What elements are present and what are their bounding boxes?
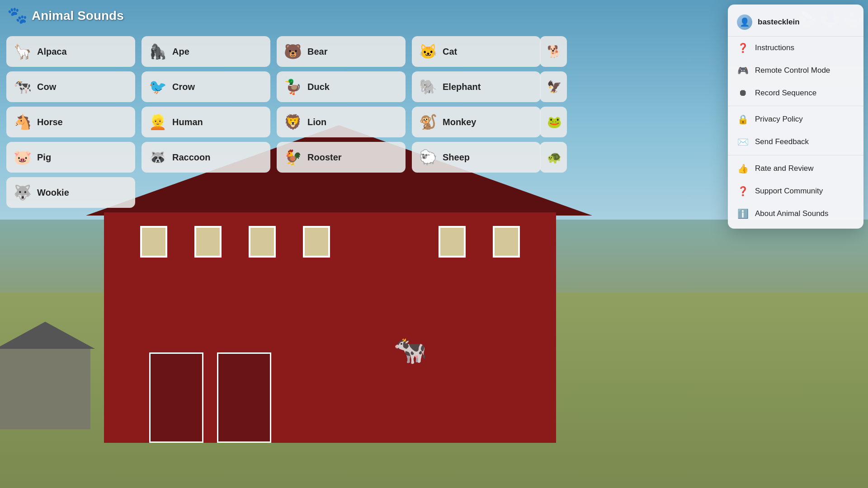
record-sequence-label: Record Sequence [755, 89, 816, 98]
instructions-label: Instructions [755, 43, 794, 52]
animal-card-horse[interactable]: 🐴 Horse [6, 107, 135, 137]
partial-card-2: 🦅 [540, 71, 567, 102]
menu-item-feedback[interactable]: ✉️ Send Feedback [728, 131, 863, 153]
cow-label: Cow [37, 82, 56, 92]
app-logo: 🐾 Animal Sounds [7, 6, 124, 26]
barn-window [194, 226, 222, 258]
rooster-label: Rooster [307, 152, 342, 163]
menu-divider-1 [728, 106, 863, 106]
cat-emoji: 🐱 [419, 43, 437, 60]
sheep-label: Sheep [443, 152, 470, 163]
animal-grid: 🦙 Alpaca 🦍 Ape 🐻 Bear 🐱 Cat 🐄 Cow 🐦 Crow… [6, 36, 541, 208]
animal-card-bear[interactable]: 🐻 Bear [277, 36, 406, 67]
duck-label: Duck [307, 82, 330, 92]
shed [0, 348, 90, 429]
barn-door-left [149, 352, 203, 443]
partial-column: 🐕 🦅 🐸 🐢 [540, 36, 567, 173]
alpaca-emoji: 🦙 [14, 43, 32, 60]
partial-card-1: 🐕 [540, 36, 567, 67]
pig-label: Pig [37, 152, 51, 163]
partial-card-3: 🐸 [540, 107, 567, 137]
cat-label: Cat [443, 47, 457, 57]
animal-card-rooster[interactable]: 🐓 Rooster [277, 142, 406, 173]
menu-divider-2 [728, 155, 863, 155]
monkey-label: Monkey [443, 117, 476, 127]
partial-card-4: 🐢 [540, 142, 567, 173]
animal-card-pig[interactable]: 🐷 Pig [6, 142, 135, 173]
privacy-icon: 🔒 [737, 114, 749, 125]
animal-card-alpaca[interactable]: 🦙 Alpaca [6, 36, 135, 67]
animal-card-elephant[interactable]: 🐘 Elephant [412, 71, 541, 102]
menu-item-remote-control[interactable]: 🎮 Remote Control Mode [728, 59, 863, 82]
instructions-icon: ❓ [737, 42, 749, 53]
human-emoji: 👱 [149, 113, 167, 131]
user-avatar: 👤 [737, 14, 752, 30]
barn-body [104, 212, 556, 443]
app-title: Animal Sounds [32, 9, 124, 23]
alpaca-label: Alpaca [37, 47, 67, 57]
dropdown-menu: 👤 bastecklein ❓ Instructions 🎮 Remote Co… [728, 5, 863, 229]
barn-window [140, 226, 167, 258]
animal-card-human[interactable]: 👱 Human [142, 107, 270, 137]
barn-door-right [217, 352, 271, 443]
human-label: Human [172, 117, 203, 127]
animal-card-crow[interactable]: 🐦 Crow [142, 71, 270, 102]
menu-item-rate[interactable]: 👍 Rate and Review [728, 157, 863, 180]
animal-card-duck[interactable]: 🦆 Duck [277, 71, 406, 102]
lion-label: Lion [307, 117, 326, 127]
horse-label: Horse [37, 117, 63, 127]
avatar-icon: 👤 [740, 17, 750, 27]
menu-item-support[interactable]: ❓ Support Community [728, 180, 863, 202]
barn-window [303, 226, 330, 258]
animal-card-cat[interactable]: 🐱 Cat [412, 36, 541, 67]
pig-emoji: 🐷 [14, 149, 32, 166]
bear-emoji: 🐻 [284, 43, 302, 60]
raccoon-label: Raccoon [172, 152, 210, 163]
feedback-label: Send Feedback [755, 137, 809, 146]
animal-card-cow[interactable]: 🐄 Cow [6, 71, 135, 102]
lion-emoji: 🦁 [284, 113, 302, 131]
barn-window-right2 [493, 226, 520, 258]
menu-item-about[interactable]: ℹ️ About Animal Sounds [728, 202, 863, 225]
menu-item-instructions[interactable]: ❓ Instructions [728, 37, 863, 59]
animal-card-raccoon[interactable]: 🦝 Raccoon [142, 142, 270, 173]
barn-window-right [439, 226, 466, 258]
ape-label: Ape [172, 47, 189, 57]
rate-icon: 👍 [737, 163, 749, 174]
barn-cow-decoration: 🐄 [393, 334, 427, 366]
app-logo-icon: 🐾 [7, 6, 27, 26]
crow-emoji: 🐦 [149, 78, 167, 95]
menu-user-row[interactable]: 👤 bastecklein [728, 8, 863, 37]
animal-card-sheep[interactable]: 🐑 Sheep [412, 142, 541, 173]
elephant-emoji: 🐘 [419, 78, 437, 95]
animal-card-monkey[interactable]: 🐒 Monkey [412, 107, 541, 137]
wookie-emoji: 🐺 [14, 184, 32, 201]
elephant-label: Elephant [443, 82, 481, 92]
monkey-emoji: 🐒 [419, 113, 437, 131]
animal-card-lion[interactable]: 🦁 Lion [277, 107, 406, 137]
bear-label: Bear [307, 47, 327, 57]
menu-item-record-sequence[interactable]: ⏺ Record Sequence [728, 82, 863, 104]
animal-card-wookie[interactable]: 🐺 Wookie [6, 177, 135, 208]
rooster-emoji: 🐓 [284, 149, 302, 166]
animal-card-ape[interactable]: 🦍 Ape [142, 36, 270, 67]
barn-window [249, 226, 276, 258]
ape-emoji: 🦍 [149, 43, 167, 60]
about-icon: ℹ️ [737, 208, 749, 219]
feedback-icon: ✉️ [737, 136, 749, 147]
remote-control-icon: 🎮 [737, 65, 749, 76]
record-sequence-icon: ⏺ [737, 88, 749, 98]
remote-control-label: Remote Control Mode [755, 66, 830, 75]
crow-label: Crow [172, 82, 195, 92]
privacy-label: Privacy Policy [755, 115, 803, 124]
duck-emoji: 🦆 [284, 78, 302, 95]
support-icon: ❓ [737, 186, 749, 197]
username-label: bastecklein [758, 18, 800, 27]
menu-item-privacy[interactable]: 🔒 Privacy Policy [728, 108, 863, 131]
raccoon-emoji: 🦝 [149, 149, 167, 166]
cow-emoji: 🐄 [14, 78, 32, 95]
about-label: About Animal Sounds [755, 209, 829, 218]
shed-roof [0, 322, 95, 349]
horse-emoji: 🐴 [14, 113, 32, 131]
rate-label: Rate and Review [755, 164, 813, 173]
